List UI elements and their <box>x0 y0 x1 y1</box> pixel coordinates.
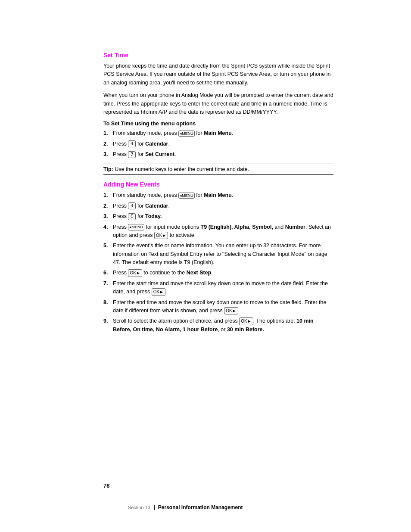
adding-step-3: 3. Press 1̅ for Today. <box>103 212 333 221</box>
set-time-heading: Set Time <box>103 52 333 59</box>
step-content: Press 1̅ for Today. <box>113 212 333 221</box>
menu-key-icon: ◂MENU <box>128 224 144 230</box>
page: Set Time Your phone keeps the time and d… <box>0 0 411 532</box>
step-num: 3. <box>103 212 113 221</box>
page-number: 78 <box>103 482 109 489</box>
set-time-step-3: 3. Press 7̅ for Set Current. <box>103 150 333 159</box>
adding-events-heading: Adding New Events <box>103 181 333 188</box>
set-time-para1: Your phone keeps the time and date direc… <box>103 62 333 87</box>
adding-step-9: 9. Scroll to select the alarm option of … <box>103 317 333 334</box>
step-content: From standby mode, press ◂MENU for Main … <box>113 129 333 137</box>
step-num: 2. <box>103 202 113 210</box>
set-time-section: Set Time Your phone keeps the time and d… <box>103 52 333 175</box>
step-content: Enter the end time and move the scroll k… <box>113 299 333 315</box>
key-4-icon: 4̅ <box>128 140 136 147</box>
step-num: 8. <box>103 299 113 307</box>
step-content: Press ◂MENU for input mode options T9 (E… <box>113 223 333 240</box>
ok-key-icon: OK► <box>224 307 238 315</box>
step-num: 7. <box>103 280 113 288</box>
set-time-para2: When you turn on your phone in Analog Mo… <box>103 91 333 116</box>
step-content: Enter the event's title or name informat… <box>113 242 333 267</box>
adding-step-7: 7. Enter the start time and move the scr… <box>103 280 333 296</box>
tip-text: Use the numeric keys to enter the curren… <box>115 166 249 172</box>
ok-key-icon: OK► <box>128 269 142 277</box>
tip-box: Tip: Use the numeric keys to enter the c… <box>103 164 333 175</box>
step-content: Press 7̅ for Set Current. <box>113 150 333 159</box>
adding-step-4: 4. Press ◂MENU for input mode options T9… <box>103 223 333 240</box>
adding-events-section: Adding New Events 1. From standby mode, … <box>103 181 333 334</box>
step-num: 1. <box>103 191 113 199</box>
adding-step-5: 5. Enter the event's title or name infor… <box>103 242 333 267</box>
key-4-icon: 4̅ <box>128 202 136 209</box>
step-num: 9. <box>103 317 113 325</box>
footer-page-title: Personal Information Management <box>158 504 243 510</box>
set-time-step-2: 2. Press 4̅ for Calendar. <box>103 140 333 148</box>
adding-step-2: 2. Press 4̅ for Calendar. <box>103 202 333 210</box>
step-num: 3. <box>103 150 113 159</box>
step-content: Scroll to select the alarm option of cho… <box>113 317 333 334</box>
footer-left: 78 Section 13 Personal Information Manag… <box>0 504 243 510</box>
set-time-step-1: 1. From standby mode, press ◂MENU for Ma… <box>103 129 333 137</box>
set-time-steps: 1. From standby mode, press ◂MENU for Ma… <box>103 129 333 159</box>
step-num: 2. <box>103 140 113 148</box>
menu-key-icon: ◂MENU <box>178 193 195 199</box>
key-7-icon: 7̅ <box>128 151 136 158</box>
ok-key-icon: OK► <box>154 232 168 240</box>
key-1-icon: 1̅ <box>128 213 136 220</box>
step-content: From standby mode, press ◂MENU for Main … <box>113 191 333 199</box>
step-num: 6. <box>103 269 113 277</box>
step-num: 1. <box>103 129 113 137</box>
footer-section-label: Section 13 <box>128 505 155 510</box>
adding-step-1: 1. From standby mode, press ◂MENU for Ma… <box>103 191 333 199</box>
step-content: Press OK► to continue to the Next Step. <box>113 269 333 277</box>
adding-step-6: 6. Press OK► to continue to the Next Ste… <box>103 269 333 277</box>
step-content: Press 4̅ for Calendar. <box>113 202 333 210</box>
tip-label: Tip: <box>103 166 113 172</box>
menu-key-icon: ◂MENU <box>178 131 195 137</box>
step-num: 5. <box>103 242 113 250</box>
adding-events-steps: 1. From standby mode, press ◂MENU for Ma… <box>103 191 333 334</box>
adding-step-8: 8. Enter the end time and move the scrol… <box>103 299 333 315</box>
set-time-sub-heading: To Set Time using the menu options <box>103 121 333 127</box>
step-content: Enter the start time and move the scroll… <box>113 280 333 296</box>
ok-key-icon: OK► <box>152 288 165 296</box>
step-num: 4. <box>103 223 113 231</box>
step-content: Press 4̅ for Calendar. <box>113 140 333 148</box>
page-footer: 78 Section 13 Personal Information Manag… <box>0 504 411 510</box>
ok-key-icon: OK► <box>239 317 253 325</box>
